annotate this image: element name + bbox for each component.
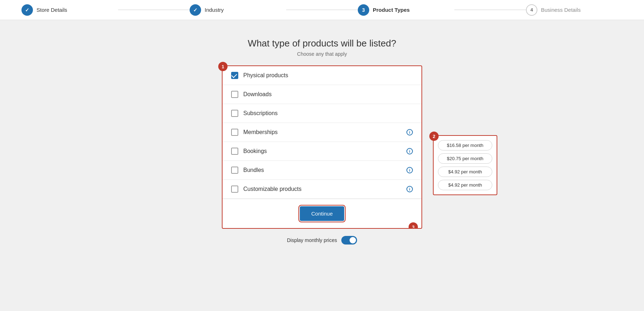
checkbox-bookings[interactable]	[231, 148, 238, 155]
toggle-area: Display monthly prices	[287, 236, 357, 245]
pricing-panel-wrapper: 2 $16.58 per month $20.75 per month $4.9…	[433, 135, 497, 195]
step-divider-2	[286, 10, 358, 10]
product-label-downloads: Downloads	[243, 91, 413, 98]
price-bundles: $4.92 per month	[438, 167, 492, 177]
step-business-details: 4 Business Details	[526, 4, 623, 16]
price-customizable: $4.92 per month	[438, 180, 492, 190]
price-bookings: $20.75 per month	[438, 153, 492, 164]
step-label-industry: Industry	[205, 7, 224, 13]
info-icon-bookings[interactable]: i	[406, 148, 413, 154]
stepper: ✓ Store Details ✓ Industry 3 Product Typ…	[0, 0, 644, 20]
price-memberships: $16.58 per month	[438, 140, 492, 150]
product-label-bundles: Bundles	[243, 167, 401, 173]
continue-area: Continue 3	[223, 199, 421, 228]
checkbox-customizable[interactable]	[231, 186, 238, 193]
checkbox-physical[interactable]	[231, 72, 238, 79]
step-label-product-types: Product Types	[373, 7, 410, 13]
step-circle-industry: ✓	[190, 4, 201, 16]
step-divider-3	[454, 10, 526, 10]
annotation-badge-1: 1	[218, 62, 228, 71]
product-label-customizable: Customizable products	[243, 186, 401, 192]
product-label-subscriptions: Subscriptions	[243, 110, 413, 117]
step-store-details: ✓ Store Details	[21, 4, 118, 16]
step-circle-store-details: ✓	[21, 4, 33, 16]
product-item-subscriptions[interactable]: Subscriptions	[223, 104, 421, 123]
product-label-bookings: Bookings	[243, 148, 401, 154]
checkbox-subscriptions[interactable]	[231, 110, 238, 117]
step-circle-business-details: 4	[526, 4, 537, 16]
page-title: What type of products will be listed?	[248, 38, 396, 49]
continue-button[interactable]: Continue	[300, 206, 344, 221]
checkbox-memberships[interactable]	[231, 129, 238, 136]
step-circle-product-types: 3	[358, 4, 369, 16]
pricing-panel-relative: 2 $16.58 per month $20.75 per month $4.9…	[433, 135, 497, 195]
main-content: What type of products will be listed? Ch…	[0, 20, 644, 245]
info-icon-customizable[interactable]: i	[406, 186, 413, 192]
product-label-physical: Physical products	[243, 72, 413, 79]
checkbox-bundles[interactable]	[231, 167, 238, 174]
step-label-store-details: Store Details	[36, 7, 67, 13]
annotation-badge-3: 3	[409, 222, 418, 229]
display-monthly-prices-toggle[interactable]	[341, 236, 357, 245]
toggle-label: Display monthly prices	[287, 237, 337, 243]
step-divider-1	[118, 10, 190, 10]
form-outer-wrapper: 1 Physical products Downloads Subscripti…	[222, 65, 422, 229]
product-list-card: Physical products Downloads Subscription…	[222, 65, 422, 229]
pricing-panel: $16.58 per month $20.75 per month $4.92 …	[433, 135, 497, 195]
checkbox-downloads[interactable]	[231, 91, 238, 98]
step-label-business-details: Business Details	[541, 7, 581, 13]
annotation-badge-2: 2	[429, 132, 439, 141]
product-label-memberships: Memberships	[243, 129, 401, 135]
step-product-types: 3 Product Types	[358, 4, 454, 16]
page-subtitle: Choose any that apply	[297, 51, 347, 57]
product-item-bundles[interactable]: Bundles i	[223, 161, 421, 180]
step-industry: ✓ Industry	[190, 4, 286, 16]
product-list-card-wrapper: 1 Physical products Downloads Subscripti…	[222, 65, 422, 229]
product-item-bookings[interactable]: Bookings i	[223, 142, 421, 161]
info-icon-bundles[interactable]: i	[406, 167, 413, 173]
product-item-physical[interactable]: Physical products	[223, 66, 421, 85]
info-icon-memberships[interactable]: i	[406, 129, 413, 135]
product-item-memberships[interactable]: Memberships i	[223, 123, 421, 142]
product-item-customizable[interactable]: Customizable products i	[223, 180, 421, 199]
product-item-downloads[interactable]: Downloads	[223, 85, 421, 104]
